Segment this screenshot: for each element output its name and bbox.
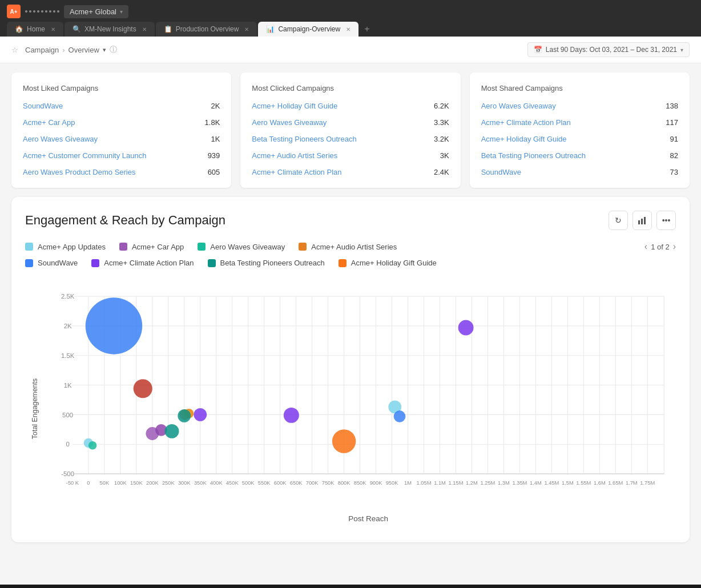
svg-text:950K: 950K bbox=[386, 480, 399, 486]
legend-color-audio-artist bbox=[299, 243, 307, 251]
bubble-aero-small[interactable] bbox=[88, 441, 97, 450]
legend-item-beta: Beta Testing Pioneers Outreach bbox=[208, 259, 325, 267]
svg-text:1.3M: 1.3M bbox=[498, 480, 510, 486]
campaign-car-app-liked[interactable]: Acme+ Car App bbox=[23, 118, 75, 127]
campaign-demo-liked[interactable]: Aero Waves Product Demo Series bbox=[23, 168, 135, 176]
breadcrumb: ☆ Campaign › Overview ▾ ⓘ bbox=[11, 45, 117, 55]
date-range-selector[interactable]: 📅 Last 90 Days: Oct 03, 2021 – Dec 31, 2… bbox=[527, 42, 690, 57]
list-item: Aero Waves Giveaway 1K bbox=[23, 135, 220, 143]
svg-text:100K: 100K bbox=[114, 480, 127, 486]
bubble-soundwave-mid[interactable] bbox=[394, 410, 406, 422]
list-item: Acme+ Holiday Gift Guide 91 bbox=[481, 135, 678, 143]
bubble-beta-1[interactable] bbox=[165, 424, 179, 438]
tab-production-overview[interactable]: 📋 Production Overview ✕ bbox=[156, 22, 257, 37]
legend-color-car-app bbox=[119, 243, 127, 251]
svg-text:1M: 1M bbox=[404, 480, 412, 486]
list-item: Beta Testing Pioneers Outreach 3.2K bbox=[252, 135, 449, 143]
svg-text:1.25M: 1.25M bbox=[480, 480, 495, 486]
campaign-icon: 📊 bbox=[266, 25, 275, 33]
app-logo: A+ bbox=[7, 5, 21, 18]
campaign-aero-liked-value: 1K bbox=[211, 135, 220, 143]
svg-text:1K: 1K bbox=[64, 382, 72, 389]
chart-refresh-button[interactable]: ↻ bbox=[609, 211, 628, 230]
breadcrumb-campaign[interactable]: Campaign bbox=[25, 46, 59, 54]
browser-toolbar: A+ Acme+ Global ▾ bbox=[7, 5, 694, 18]
legend-color-beta bbox=[208, 259, 216, 267]
campaign-climate-shared[interactable]: Acme+ Climate Action Plan bbox=[481, 118, 571, 127]
svg-text:1.15M: 1.15M bbox=[449, 480, 464, 486]
list-item: Beta Testing Pioneers Outreach 82 bbox=[481, 151, 678, 160]
browser-chrome: A+ Acme+ Global ▾ 🏠 Home ✕ 🔍 XM-New Insi… bbox=[0, 0, 701, 37]
legend-item-app-updates: Acme+ App Updates bbox=[25, 241, 106, 252]
tab-close-campaign[interactable]: ✕ bbox=[346, 26, 350, 33]
campaign-climate-clicked-value: 2.4K bbox=[434, 168, 449, 176]
browser-dots-menu[interactable] bbox=[25, 10, 59, 13]
list-item: Acme+ Car App 1.8K bbox=[23, 118, 220, 127]
campaign-aero-shared[interactable]: Aero Waves Giveaway bbox=[481, 102, 556, 110]
bubble-soundwave[interactable] bbox=[86, 297, 142, 354]
campaign-community-liked[interactable]: Acme+ Customer Community Launch bbox=[23, 151, 146, 160]
bubble-climate-mid[interactable] bbox=[284, 408, 299, 423]
campaign-beta-clicked[interactable]: Beta Testing Pioneers Outreach bbox=[252, 135, 356, 143]
browser-tabs: 🏠 Home ✕ 🔍 XM-New Insights ✕ 📋 Productio… bbox=[7, 22, 694, 37]
chart-type-button[interactable] bbox=[632, 211, 652, 230]
campaign-holiday-clicked[interactable]: Acme+ Holiday Gift Guide bbox=[252, 102, 337, 110]
campaign-holiday-shared[interactable]: Acme+ Holiday Gift Guide bbox=[481, 135, 567, 143]
bubble-climate-large[interactable] bbox=[458, 320, 474, 336]
svg-text:50K: 50K bbox=[100, 480, 110, 486]
svg-text:0: 0 bbox=[66, 441, 69, 448]
list-item: Acme+ Climate Action Plan 117 bbox=[481, 118, 678, 127]
bubble-holiday[interactable] bbox=[332, 429, 356, 453]
most-liked-card: Most Liked Campaigns SoundWave 2K Acme+ … bbox=[11, 73, 231, 188]
breadcrumb-dropdown-icon[interactable]: ▾ bbox=[103, 46, 106, 54]
chart-legend: Acme+ App Updates Acme+ Car App Aero Wav… bbox=[25, 241, 676, 252]
legend-page-label: 1 of 2 bbox=[651, 243, 670, 251]
tab-xm-insights[interactable]: 🔍 XM-New Insights ✕ bbox=[65, 22, 155, 37]
campaign-audio-clicked[interactable]: Acme+ Audio Artist Series bbox=[252, 151, 337, 160]
production-icon: 📋 bbox=[164, 25, 172, 33]
svg-text:550K: 550K bbox=[258, 480, 271, 486]
app-name[interactable]: Acme+ Global ▾ bbox=[64, 5, 128, 18]
campaign-aero-clicked[interactable]: Aero Waves Giveaway bbox=[252, 118, 327, 127]
campaign-beta-shared-value: 82 bbox=[670, 151, 678, 160]
xm-icon: 🔍 bbox=[72, 25, 81, 33]
breadcrumb-info-icon[interactable]: ⓘ bbox=[110, 45, 117, 55]
breadcrumb-overview[interactable]: Overview bbox=[69, 46, 99, 54]
campaign-audio-clicked-value: 3K bbox=[440, 151, 449, 160]
breadcrumb-separator: › bbox=[62, 46, 65, 54]
favorite-star-icon[interactable]: ☆ bbox=[11, 46, 18, 54]
campaign-soundwave-shared[interactable]: SoundWave bbox=[481, 168, 521, 176]
svg-text:-500: -500 bbox=[61, 470, 74, 477]
svg-text:-50 K: -50 K bbox=[66, 480, 79, 486]
campaign-soundwave-liked[interactable]: SoundWave bbox=[23, 102, 63, 110]
bubble-aero-waves[interactable] bbox=[134, 379, 152, 398]
chart-more-button[interactable]: ••• bbox=[656, 211, 676, 230]
svg-text:0: 0 bbox=[87, 480, 90, 486]
svg-text:1.5M: 1.5M bbox=[562, 480, 574, 486]
tab-close-xm[interactable]: ✕ bbox=[142, 26, 147, 33]
tab-home[interactable]: 🏠 Home ✕ bbox=[7, 22, 63, 37]
tab-close-home[interactable]: ✕ bbox=[51, 26, 55, 33]
campaign-aero-clicked-value: 3.3K bbox=[434, 118, 449, 127]
campaign-holiday-clicked-value: 6.2K bbox=[434, 102, 449, 110]
tab-add-button[interactable]: + bbox=[360, 22, 374, 37]
top-cards-section: Most Liked Campaigns SoundWave 2K Acme+ … bbox=[0, 63, 701, 197]
legend-label-beta: Beta Testing Pioneers Outreach bbox=[220, 259, 325, 267]
legend-next-button[interactable]: › bbox=[673, 241, 676, 252]
legend-item-audio-artist: Acme+ Audio Artist Series bbox=[299, 241, 397, 252]
bubble-beta-2[interactable] bbox=[178, 409, 191, 422]
legend-prev-button[interactable]: ‹ bbox=[644, 241, 647, 252]
chart-area: Total Engagements 2.5K 2K 1.5K 1K 500 0 bbox=[25, 279, 676, 529]
svg-text:Post Reach: Post Reach bbox=[348, 514, 388, 523]
tab-campaign-overview[interactable]: 📊 Campaign-Overview ✕ bbox=[258, 22, 358, 37]
campaign-beta-shared[interactable]: Beta Testing Pioneers Outreach bbox=[481, 151, 586, 160]
chart-controls: ↻ ••• bbox=[609, 211, 676, 230]
list-item: Acme+ Holiday Gift Guide 6.2K bbox=[252, 102, 449, 110]
list-item: Acme+ Climate Action Plan 2.4K bbox=[252, 168, 449, 176]
tab-close-production[interactable]: ✕ bbox=[244, 26, 249, 33]
campaign-climate-clicked[interactable]: Acme+ Climate Action Plan bbox=[252, 168, 341, 176]
campaign-aero-liked[interactable]: Aero Waves Giveaway bbox=[23, 135, 98, 143]
svg-text:650K: 650K bbox=[290, 480, 303, 486]
bubble-climate-1[interactable] bbox=[194, 408, 207, 421]
svg-rect-2 bbox=[644, 217, 646, 224]
